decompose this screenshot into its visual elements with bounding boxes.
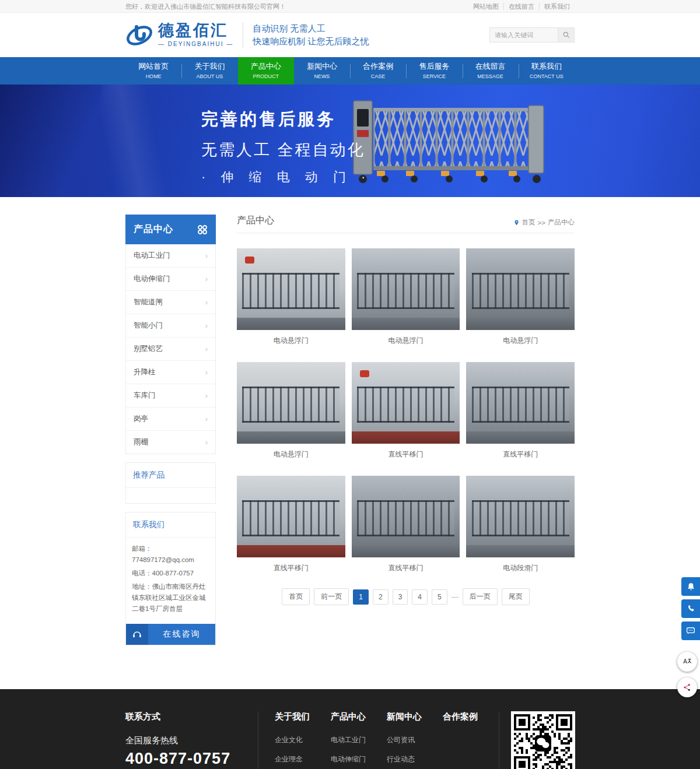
- translate-button[interactable]: A: [677, 652, 697, 672]
- page-5[interactable]: 5: [432, 589, 447, 605]
- product-photo: [237, 362, 345, 444]
- sidebar-header: 产品中心: [125, 215, 216, 244]
- logo[interactable]: 德盈佰汇 — DEYINGBAIHUI —: [125, 21, 233, 49]
- nav-item-home[interactable]: 网站首页HOME: [125, 57, 181, 85]
- category-item-smart-door[interactable]: 智能小门›: [126, 314, 215, 338]
- sidebar-title: 产品中心: [134, 223, 173, 236]
- chevron-right-icon: ›: [205, 368, 208, 377]
- page-4[interactable]: 4: [412, 589, 428, 605]
- chevron-right-icon: ›: [205, 415, 208, 423]
- page-1[interactable]: 1: [353, 589, 369, 605]
- slogan-line1: 自动识别 无需人工: [253, 22, 369, 35]
- product-card[interactable]: 电动悬浮门: [466, 248, 575, 346]
- product-grid: 电动悬浮门 电动悬浮门 电动悬浮门 电动悬浮门 直线平移门 直线平移门 直线平移…: [237, 248, 575, 573]
- nav-item-news[interactable]: 新闻中心NEWS: [294, 57, 350, 85]
- contact-box: 联系我们 邮箱：774897172@qq.com 电话：400-877-0757…: [125, 512, 216, 645]
- recommend-title: 推荐产品: [126, 463, 215, 488]
- nav-item-message[interactable]: 在线留言MESSAGE: [463, 57, 519, 85]
- footer-link[interactable]: 电动伸缩门: [331, 754, 387, 764]
- category-item-bollard[interactable]: 升降柱›: [126, 361, 215, 384]
- product-photo: [352, 362, 460, 444]
- pagination: 首页 前一页 1 2 3 4 5 — 后一页 尾页: [237, 588, 575, 605]
- nav-item-service[interactable]: 售后服务SERVICE: [406, 57, 462, 85]
- product-card[interactable]: 直线平移门: [352, 476, 460, 573]
- product-card[interactable]: 直线平移门: [466, 362, 575, 459]
- breadcrumb-home[interactable]: 首页: [522, 218, 536, 227]
- footer: 联系方式 全国服务热线 400-877-0757 手 机：13600306198…: [0, 689, 700, 769]
- grid-icon: [197, 224, 208, 235]
- logo-text-cn: 德盈佰汇: [158, 23, 233, 38]
- search-icon: [562, 31, 570, 39]
- header: 德盈佰汇 — DEYINGBAIHUI — 自动识别 无需人工 快速响应机制 让…: [0, 13, 700, 57]
- page-3[interactable]: 3: [393, 589, 408, 605]
- contact-address: 地址：佛山市南海区丹灶镇东联社区城工业区金城二巷1号厂房首层: [132, 581, 209, 615]
- category-item-industrial-door[interactable]: 电动工业门›: [126, 244, 215, 268]
- footer-link[interactable]: 行业动态: [387, 754, 443, 764]
- category-item-canopy[interactable]: 雨棚›: [126, 431, 215, 454]
- phone-button[interactable]: [681, 599, 700, 618]
- page-last[interactable]: 尾页: [502, 588, 530, 605]
- footer-link[interactable]: 企业文化: [275, 735, 331, 745]
- category-item-barrier-gate[interactable]: 智能道闸›: [126, 291, 215, 314]
- welcome-text: 您好，欢迎进入佛山市德盈佰汇智能科技有限公司官网！: [125, 2, 286, 11]
- product-photo: [237, 476, 345, 557]
- product-card[interactable]: 电动悬浮门: [237, 248, 345, 346]
- page-first[interactable]: 首页: [282, 588, 310, 605]
- product-card[interactable]: 电动悬浮门: [237, 362, 345, 459]
- svg-text:A: A: [683, 658, 687, 665]
- search-input[interactable]: [489, 27, 558, 43]
- headset-icon: [132, 629, 142, 640]
- banner-line1: 完善的售后服务: [201, 108, 371, 131]
- product-card[interactable]: 电动悬浮门: [352, 248, 460, 346]
- chevron-right-icon: ›: [205, 321, 208, 330]
- share-node-button[interactable]: [677, 677, 697, 697]
- page-next[interactable]: 后一页: [463, 588, 498, 605]
- logo-icon: [125, 21, 153, 49]
- product-card[interactable]: 电动段滑门: [466, 476, 575, 573]
- nav-item-about[interactable]: 关于我们ABOUT US: [181, 57, 237, 85]
- footer-link[interactable]: 电动工业门: [331, 735, 387, 745]
- product-photo: [237, 248, 345, 330]
- product-photo: [466, 362, 575, 444]
- search-button[interactable]: [558, 27, 575, 43]
- logo-text-en: — DEYINGBAIHUI —: [158, 41, 233, 47]
- breadcrumb-current: 产品中心: [548, 218, 575, 227]
- chevron-right-icon: ›: [205, 345, 208, 353]
- footer-col-about: 关于我们 企业文化 企业理念 公司资质: [275, 711, 331, 769]
- topbar-link-sitemap[interactable]: 网站地图: [468, 3, 503, 10]
- product-card[interactable]: 直线平移门: [237, 476, 345, 573]
- category-item-guard-booth[interactable]: 岗亭›: [126, 408, 215, 431]
- product-card[interactable]: 直线平移门: [352, 362, 460, 459]
- nav-item-contact[interactable]: 联系我们CONTACT US: [519, 57, 575, 85]
- category-item-villa-aluminum[interactable]: 别墅铝艺›: [126, 338, 215, 361]
- slogan-line2: 快速响应机制 让您无后顾之忧: [253, 35, 369, 48]
- main-nav: 网站首页HOME 关于我们ABOUT US 产品中心PRODUCT 新闻中心NE…: [0, 57, 700, 85]
- page-2[interactable]: 2: [373, 589, 388, 605]
- category-item-garage-door[interactable]: 车库门›: [126, 384, 215, 408]
- nav-item-product[interactable]: 产品中心PRODUCT: [238, 57, 294, 85]
- share-node-icon: [682, 683, 692, 692]
- chevron-right-icon: ›: [205, 298, 208, 307]
- page-prev[interactable]: 前一页: [314, 588, 349, 605]
- footer-contact: 联系方式 全国服务热线 400-877-0757 手 机：13600306198…: [125, 711, 258, 769]
- recommend-box: 推荐产品: [125, 462, 216, 504]
- product-photo: [352, 248, 460, 330]
- category-item-retractable-door[interactable]: 电动伸缩门›: [126, 268, 215, 291]
- online-consult-button[interactable]: 在线咨询: [126, 624, 215, 645]
- hotline-number: 400-877-0757: [125, 750, 249, 768]
- topbar-link-message[interactable]: 在线留言: [503, 3, 539, 10]
- contact-phone: 电话：400-877-0757: [132, 568, 209, 579]
- topbar-link-contact[interactable]: 联系我们: [539, 3, 575, 10]
- chevron-right-icon: ›: [205, 438, 208, 447]
- chevron-right-icon: ›: [205, 391, 208, 400]
- phone-icon: [686, 604, 696, 614]
- chat-button[interactable]: [681, 621, 700, 640]
- notification-button[interactable]: [681, 577, 700, 596]
- footer-link[interactable]: 公司资讯: [387, 735, 443, 745]
- footer-link[interactable]: 企业理念: [275, 754, 331, 764]
- hotline-label: 全国服务热线: [125, 735, 249, 746]
- breadcrumb-separator: >>: [538, 219, 545, 226]
- browser-extension-widgets: A: [677, 652, 697, 697]
- nav-item-case[interactable]: 合作案例CASE: [350, 57, 406, 85]
- footer-qr: 扫一扫，加微信: [499, 711, 575, 769]
